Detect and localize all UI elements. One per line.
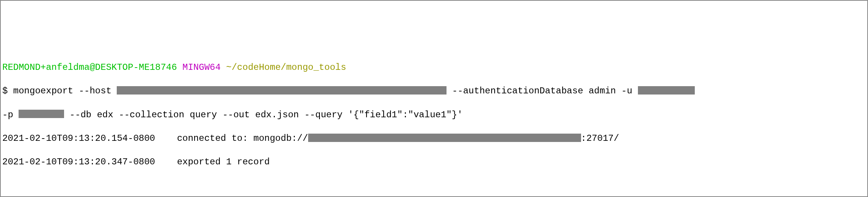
command-text: mongoexport --host — [13, 86, 117, 96]
user-host: REDMOND+anfeldma@DESKTOP-ME18746 — [2, 62, 177, 72]
command-line-1: $ mongoexport --host --authenticationDat… — [2, 85, 866, 97]
redacted-password — [19, 110, 64, 118]
output-line: 2021-02-10T09:13:20.154-0800 connected t… — [2, 132, 866, 144]
prompt-dollar: $ — [2, 86, 13, 96]
terminal-output: REDMOND+anfeldma@DESKTOP-ME18746 MINGW64… — [2, 50, 866, 197]
mingw-label: MINGW64 — [182, 62, 221, 72]
command-line-1b: -p --db edx --collection query --out edx… — [2, 109, 866, 121]
prompt-line-1: REDMOND+anfeldma@DESKTOP-ME18746 MINGW64… — [2, 61, 866, 73]
output-line: 2021-02-10T09:13:20.347-0800 exported 1 … — [2, 156, 866, 168]
blank-line — [2, 180, 866, 192]
command-text: --authenticationDatabase admin -u — [447, 86, 638, 96]
output-text: :27017/ — [581, 133, 619, 143]
command-text: -p — [2, 110, 19, 120]
redacted-mongo-uri — [308, 134, 581, 142]
redacted-host — [117, 86, 447, 95]
output-text: 2021-02-10T09:13:20.154-0800 connected t… — [2, 133, 308, 143]
redacted-user — [638, 86, 695, 95]
path-label: ~/codeHome/mongo_tools — [226, 62, 346, 72]
command-text: --db edx --collection query --out edx.js… — [64, 110, 462, 120]
output-text: 2021-02-10T09:13:20.347-0800 exported 1 … — [2, 157, 270, 167]
